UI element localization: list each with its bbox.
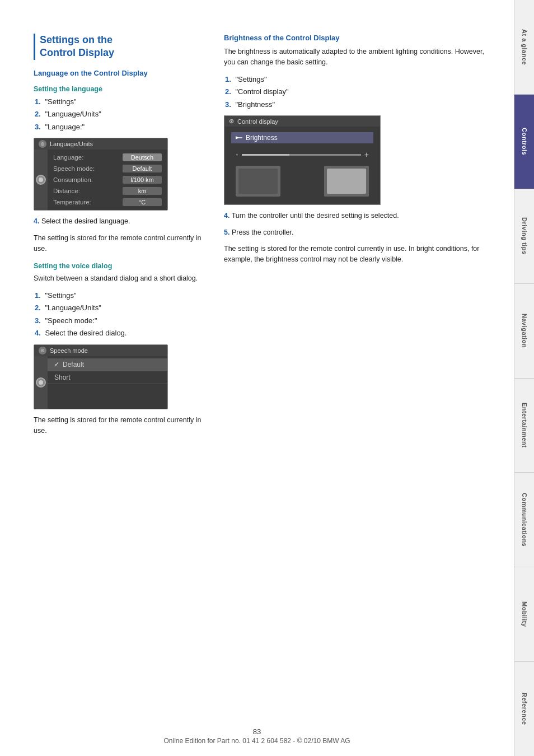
sidebar-tab-at-a-glance[interactable]: At a glance [514, 0, 534, 95]
language-control-display-heading: Language on the Control Display [34, 69, 207, 77]
page-number: 83 [0, 727, 514, 736]
brightness-title-bar: ⊛ Control display [224, 116, 380, 127]
speech-screen-body: ✓ Default Short [48, 356, 167, 409]
screen-row-language: Language: Deutsch [48, 152, 167, 163]
voice-note: The setting is stored for the remote con… [34, 415, 207, 437]
copyright-text: Online Edition for Part no. 01 41 2 604 … [0, 737, 514, 745]
brightness-slider: - + [231, 148, 373, 161]
sidebar-tab-driving-tips[interactable]: Driving tips [514, 189, 534, 284]
right-column: Brightness of the Control Display The br… [224, 34, 497, 442]
voice-dialog-intro: Switch between a standard dialog and a s… [34, 273, 207, 284]
brightness-note: The setting is stored for the remote con… [224, 244, 497, 265]
screen-title-bar: ⊛ Language/Units [34, 138, 167, 150]
voice-dialog-heading: Setting the voice dialog [34, 262, 207, 270]
brightness-step5: 5. Press the controller. [224, 227, 497, 238]
slider-fill [242, 154, 289, 156]
setting-language-heading: Setting the language [34, 85, 207, 93]
list-item: 2. "Control display" [224, 86, 497, 97]
svg-marker-1 [236, 136, 239, 139]
speech-row-short: Short [48, 371, 167, 384]
knob [36, 175, 46, 185]
voice-steps-list: 1. "Settings" 2. "Language/Units" 3. "Sp… [34, 290, 207, 339]
brightness-body: Brightness - + [224, 127, 380, 204]
screen-row-speech: Speech mode: Default [48, 163, 167, 174]
brightness-image-dark [236, 166, 280, 197]
sidebar-tab-controls[interactable]: Controls [514, 95, 534, 189]
screen-nav-controls-speech [34, 356, 48, 409]
sidebar-tab-mobility[interactable]: Mobility [514, 567, 534, 662]
slider-plus-icon: + [364, 150, 369, 159]
main-content: Settings on the Control Display Language… [0, 0, 514, 756]
language-steps-list: 1. "Settings" 2. "Language/Units" 3. "La… [34, 96, 207, 133]
list-item: 1. "Settings" [34, 96, 207, 108]
left-column: Settings on the Control Display Language… [34, 34, 207, 442]
screen-title-bar-speech: ⊛ Speech mode [34, 345, 167, 356]
brightness-screen: ⊛ Control display Brightness - [224, 115, 381, 205]
list-item: 3. "Speech mode:" [34, 315, 207, 326]
screen-row-distance: Distance: km [48, 185, 167, 197]
knob-speech [36, 377, 46, 388]
slider-minus-icon: - [236, 150, 238, 159]
section-title: Settings on the Control Display [40, 34, 207, 60]
sidebar-tab-navigation[interactable]: Navigation [514, 284, 534, 379]
footer: 83 Online Edition for Part no. 01 41 2 6… [0, 727, 514, 745]
screen-row-temperature: Temperature: °C [48, 197, 167, 208]
speech-mode-screen: ⊛ Speech mode ✓ Default [34, 344, 168, 409]
language-step4: 4. Select the desired language. [34, 216, 207, 227]
language-note: The setting is stored for the remote con… [34, 233, 207, 255]
screen-row-consumption: Consumption: l/100 km [48, 174, 167, 185]
brightness-heading: Brightness of the Control Display [224, 34, 497, 42]
screen-nav-controls [34, 150, 48, 210]
brightness-image-light [324, 166, 369, 197]
language-units-screen: ⊛ Language/Units Language: Deutsch [34, 138, 168, 211]
brightness-step4: 4. Turn the controller until the desired… [224, 211, 497, 221]
arrow-callout-icon [236, 134, 242, 141]
list-item: 1. "Settings" [34, 290, 207, 301]
screen-icon-speech: ⊛ [39, 347, 46, 354]
sidebar-tab-reference[interactable]: Reference [514, 662, 534, 756]
slider-track [242, 154, 361, 156]
brightness-steps-list: 1. "Settings" 2. "Control display" 3. "B… [224, 74, 497, 110]
list-item: 3. "Language:" [34, 122, 207, 133]
list-item: 4. Select the desired dialog. [34, 328, 207, 339]
list-item: 2. "Language/Units" [34, 109, 207, 120]
list-item: 3. "Brightness" [224, 99, 497, 110]
sidebar-tab-entertainment[interactable]: Entertainment [514, 379, 534, 473]
brightness-intro: The brightness is automatically adapted … [224, 46, 497, 68]
speech-row-default: ✓ Default [48, 358, 167, 371]
brightness-label-row: Brightness [231, 132, 373, 143]
brightness-screen-icon: ⊛ [229, 118, 234, 125]
sidebar-tab-communications[interactable]: Communications [514, 473, 534, 567]
screen-body: Language: Deutsch Speech mode: Default C… [48, 150, 167, 210]
list-item: 1. "Settings" [224, 74, 497, 85]
screen-icon: ⊛ [39, 140, 46, 148]
sidebar: At a glance Controls Driving tips Naviga… [514, 0, 534, 756]
brightness-image-row [231, 164, 373, 199]
list-item: 2. "Language/Units" [34, 302, 207, 314]
